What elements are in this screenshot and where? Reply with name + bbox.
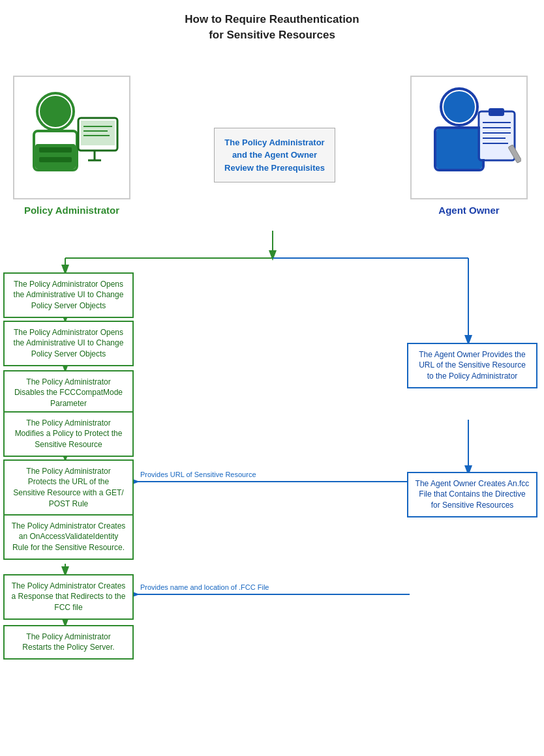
svg-point-20 (40, 96, 71, 127)
svg-rect-29 (39, 157, 72, 162)
left-box-6: The Policy Administrator Creates an OnAc… (3, 514, 134, 560)
prereq-box: The Policy Administrator and the Agent O… (214, 128, 335, 183)
policy-admin-icon (13, 76, 130, 199)
policy-admin-actor: Policy Administrator (3, 76, 140, 216)
left-box-4: The Policy Administrator Modifies a Poli… (3, 411, 134, 457)
left-box-3: The Policy Administrator Disables the FC… (3, 370, 134, 416)
svg-rect-28 (39, 147, 72, 153)
right-box-2: The Agent Owner Creates An.fcc File that… (407, 472, 537, 517)
right-box-1: The Agent Owner Provides the URL of the … (407, 343, 537, 388)
left-box-7: The Policy Administrator Creates a Respo… (3, 574, 134, 620)
left-box-5: The Policy Administrator Protects the UR… (3, 459, 134, 516)
svg-text:Provides name and location of : Provides name and location of .FCC File (140, 583, 269, 591)
svg-rect-35 (480, 113, 513, 159)
svg-text:Provides URL of Sensitive Reso: Provides URL of Sensitive Resource (140, 471, 256, 478)
left-box-8: The Policy Administrator Restarts the Po… (3, 625, 134, 660)
svg-rect-22 (81, 121, 115, 145)
agent-owner-label: Agent Owner (438, 205, 499, 216)
policy-admin-label: Policy Administrator (24, 205, 119, 216)
page-title: How to Require Reauthentication for Sens… (0, 0, 544, 50)
agent-owner-actor: Agent Owner (400, 76, 537, 216)
left-box-2: The Policy Administrator Opens the Admin… (3, 321, 134, 366)
svg-rect-33 (436, 129, 482, 169)
left-box-1: The Policy Administrator Opens the Admin… (3, 272, 134, 318)
agent-owner-icon (410, 76, 528, 199)
svg-point-31 (444, 91, 475, 123)
svg-rect-36 (489, 108, 504, 116)
